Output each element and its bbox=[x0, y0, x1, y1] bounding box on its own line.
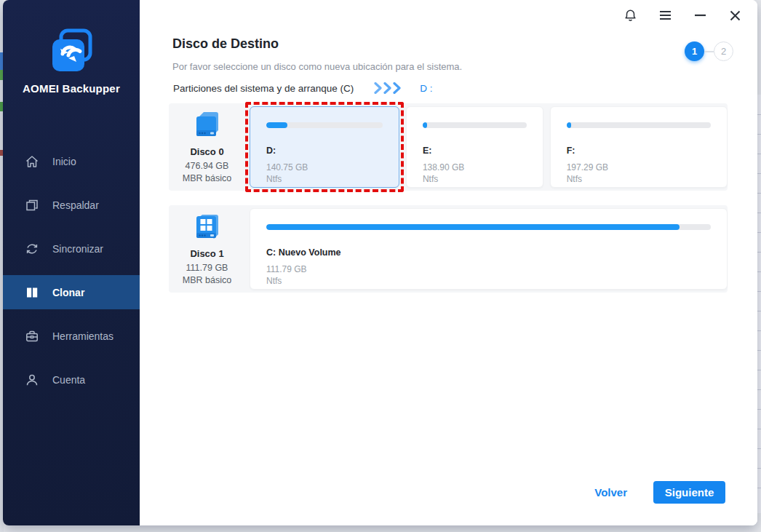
user-icon bbox=[25, 373, 39, 387]
partition-card-f[interactable]: F: 197.29 GB Ntfs bbox=[550, 106, 728, 188]
sidebar-item-label: Inicio bbox=[52, 156, 76, 167]
sidebar-item-label: Herramientas bbox=[52, 330, 113, 342]
minimize-icon[interactable] bbox=[689, 4, 711, 26]
partition-card-c[interactable]: C: Nuevo Volume 111.79 GB Ntfs bbox=[250, 208, 728, 290]
partition-label: F: bbox=[567, 146, 711, 156]
sidebar-item-herramientas[interactable]: Herramientas bbox=[3, 319, 140, 353]
titlebar-controls bbox=[619, 4, 746, 26]
sidebar-item-label: Sincronizar bbox=[52, 243, 103, 255]
usage-bar bbox=[266, 224, 711, 230]
partition-size: 138.90 GB bbox=[423, 162, 527, 173]
sidebar: AOMEI Backupper Inicio Respaldar Sincron… bbox=[3, 0, 140, 525]
usage-bar bbox=[567, 122, 711, 128]
partition-size: 111.79 GB bbox=[266, 263, 711, 275]
home-icon bbox=[25, 154, 39, 169]
next-button[interactable]: Siguiente bbox=[653, 481, 725, 504]
partition-filesystem: Ntfs bbox=[266, 275, 711, 287]
page-title: Disco de Destino bbox=[172, 36, 279, 52]
sidebar-item-inicio[interactable]: Inicio bbox=[3, 144, 140, 178]
disk-type: MBR básico bbox=[169, 172, 245, 185]
disk-1-partitions: C: Nuevo Volume 111.79 GB Ntfs bbox=[250, 208, 728, 290]
disk-0-partitions: D: 140.75 GB Ntfs E: 138.90 GB Ntfs F: 1… bbox=[250, 106, 728, 188]
step-2: 2 bbox=[714, 41, 733, 61]
sidebar-item-label: Cuenta bbox=[52, 374, 85, 386]
sync-icon bbox=[25, 242, 39, 256]
sidebar-item-cuenta[interactable]: Cuenta bbox=[3, 362, 140, 397]
sidebar-item-clonar[interactable]: Clonar bbox=[3, 275, 140, 309]
partition-label: E: bbox=[423, 146, 527, 156]
partition-card-e[interactable]: E: 138.90 GB Ntfs bbox=[406, 106, 543, 188]
partition-size: 197.29 GB bbox=[567, 162, 711, 173]
disk-row-1: Disco 1 111.79 GB MBR básico C: Nuevo Vo… bbox=[169, 205, 728, 293]
menu-icon[interactable] bbox=[654, 4, 676, 26]
disk-row-0: Disco 0 476.94 GB MBR básico D: 140.75 G… bbox=[169, 103, 728, 191]
partition-label: C: Nuevo Volume bbox=[266, 247, 711, 258]
clone-icon bbox=[25, 285, 39, 300]
disk-0-info: Disco 0 476.94 GB MBR básico bbox=[169, 110, 245, 185]
sidebar-item-sincronizar[interactable]: Sincronizar bbox=[3, 231, 140, 266]
sidebar-item-label: Clonar bbox=[52, 287, 84, 298]
source-partition-label: Particiones del sistema y de arranque (C… bbox=[173, 83, 354, 94]
disk-1-info: Disco 1 111.79 GB MBR básico bbox=[169, 212, 245, 287]
brand-name: AOMEI Backupper bbox=[3, 82, 140, 95]
back-button[interactable]: Volver bbox=[594, 486, 627, 499]
hard-drive-icon bbox=[194, 110, 221, 142]
step-1: 1 bbox=[685, 41, 704, 61]
system-disk-icon bbox=[194, 212, 221, 244]
sidebar-item-label: Respaldar bbox=[52, 199, 99, 211]
bell-icon[interactable] bbox=[619, 4, 641, 26]
clone-selection-summary: Particiones del sistema y de arranque (C… bbox=[173, 82, 433, 94]
usage-bar bbox=[266, 122, 383, 128]
sidebar-item-respaldar[interactable]: Respaldar bbox=[3, 188, 140, 222]
partition-filesystem: Ntfs bbox=[423, 173, 527, 185]
target-partition-label: D : bbox=[420, 83, 432, 94]
partition-size: 140.75 GB bbox=[266, 162, 383, 173]
disk-size: 111.79 GB bbox=[169, 262, 245, 274]
aomei-logo-icon bbox=[45, 25, 97, 77]
sidebar-nav: Inicio Respaldar Sincronizar Clonar bbox=[3, 144, 140, 406]
copy-icon bbox=[25, 198, 39, 213]
arrow-right-icon bbox=[374, 82, 401, 94]
step-connector bbox=[704, 51, 714, 52]
partition-card-d[interactable]: D: 140.75 GB Ntfs bbox=[250, 106, 399, 188]
step-indicator: 1 2 bbox=[685, 41, 733, 61]
toolbox-icon bbox=[25, 329, 39, 344]
partition-filesystem: Ntfs bbox=[567, 173, 711, 185]
main-panel: Disco de Destino Por favor seleccione un… bbox=[140, 0, 757, 525]
usage-bar bbox=[423, 122, 527, 128]
disk-type: MBR básico bbox=[169, 274, 245, 287]
disk-name: Disco 1 bbox=[169, 248, 245, 259]
disk-size: 476.94 GB bbox=[169, 160, 245, 172]
close-icon[interactable] bbox=[724, 4, 746, 26]
disk-name: Disco 0 bbox=[169, 146, 245, 157]
partition-label: D: bbox=[266, 146, 383, 156]
partition-filesystem: Ntfs bbox=[266, 173, 383, 185]
page-subtitle: Por favor seleccione un disco como nueva… bbox=[172, 61, 462, 72]
app-window: AOMEI Backupper Inicio Respaldar Sincron… bbox=[3, 0, 757, 525]
